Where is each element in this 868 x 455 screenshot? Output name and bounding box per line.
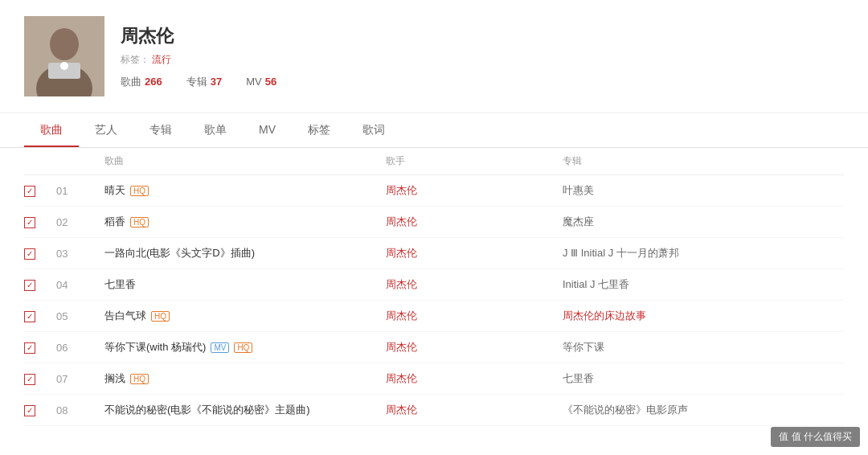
song-title[interactable]: 晴天	[104, 183, 125, 198]
artist-avatar	[24, 16, 104, 96]
stat-songs-label: 歌曲	[121, 75, 141, 89]
mv-badge[interactable]: MV	[211, 342, 229, 353]
hq-badge[interactable]: HQ	[130, 186, 149, 196]
svg-point-1	[50, 28, 79, 60]
row-checkbox[interactable]: ✓	[24, 404, 56, 416]
track-number: 02	[56, 216, 104, 228]
song-album[interactable]: 等你下课	[563, 340, 844, 355]
song-title[interactable]: 告白气球	[104, 309, 146, 323]
song-artist[interactable]: 周杰伦	[386, 340, 563, 355]
stat-albums-label: 专辑	[186, 75, 207, 89]
row-checkbox[interactable]: ✓	[24, 372, 56, 385]
song-title[interactable]: 一路向北(电影《头文字D》插曲)	[104, 246, 255, 260]
stat-songs-value[interactable]: 266	[145, 76, 162, 88]
table-row: ✓08不能说的秘密(电影《不能说的秘密》主题曲)周杰伦《不能说的秘密》电影原声	[24, 395, 844, 426]
stat-albums: 专辑 37	[186, 75, 222, 89]
song-artist[interactable]: 周杰伦	[386, 183, 563, 198]
tab-bar: 歌曲 艺人 专辑 歌单 MV 标签 歌词	[0, 113, 868, 148]
song-title-wrap: 不能说的秘密(电影《不能说的秘密》主题曲)	[104, 403, 386, 417]
artist-header: 周杰伦 标签： 流行 歌曲 266 专辑 37 MV 56	[0, 0, 868, 113]
row-checkbox[interactable]: ✓	[24, 215, 56, 228]
song-title[interactable]: 稻香	[104, 215, 125, 229]
song-artist[interactable]: 周杰伦	[386, 371, 563, 386]
table-row: ✓04七里香周杰伦Initial J 七里香	[24, 269, 844, 301]
hq-badge[interactable]: HQ	[130, 217, 149, 228]
song-title-wrap: 等你下课(with 杨瑞代)MVHQ	[104, 340, 386, 355]
song-album[interactable]: 《不能说的秘密》电影原声	[563, 403, 844, 417]
song-album[interactable]: 周杰伦的床边故事	[563, 309, 844, 323]
song-artist[interactable]: 周杰伦	[386, 215, 563, 229]
song-title-wrap: 晴天HQ	[104, 183, 386, 198]
song-table: 歌曲 歌手 专辑 ✓01晴天HQ周杰伦叶惠美✓02稻香HQ周杰伦魔杰座✓03一路…	[0, 148, 868, 426]
row-checkbox[interactable]: ✓	[24, 247, 56, 260]
tab-albums[interactable]: 专辑	[133, 113, 188, 147]
song-artist[interactable]: 周杰伦	[386, 277, 563, 292]
table-row: ✓07搁浅HQ周杰伦七里香	[24, 363, 844, 395]
table-row: ✓06等你下课(with 杨瑞代)MVHQ周杰伦等你下课	[24, 332, 844, 363]
tab-songs[interactable]: 歌曲	[24, 113, 79, 147]
stat-songs: 歌曲 266	[121, 75, 162, 89]
tab-playlists[interactable]: 歌单	[188, 113, 243, 147]
song-title-wrap: 稻香HQ	[104, 215, 386, 229]
track-number: 04	[56, 279, 104, 291]
tags-value[interactable]: 流行	[152, 54, 171, 65]
row-checkbox[interactable]: ✓	[24, 341, 56, 354]
table-row: ✓02稻香HQ周杰伦魔杰座	[24, 207, 844, 238]
hq-badge[interactable]: HQ	[234, 342, 252, 353]
tab-tags[interactable]: 标签	[292, 113, 346, 147]
song-title-wrap: 告白气球HQ	[104, 309, 386, 323]
track-number: 07	[56, 373, 104, 385]
song-title-wrap: 一路向北(电影《头文字D》插曲)	[104, 246, 386, 260]
song-list: ✓01晴天HQ周杰伦叶惠美✓02稻香HQ周杰伦魔杰座✓03一路向北(电影《头文字…	[24, 175, 844, 426]
header-album-col: 专辑	[563, 154, 844, 168]
table-row: ✓03一路向北(电影《头文字D》插曲)周杰伦J Ⅲ Initial J 十一月的…	[24, 238, 844, 269]
stat-mv-label: MV	[246, 76, 262, 88]
song-album[interactable]: Initial J 七里香	[563, 277, 844, 292]
stat-mv: MV 56	[246, 76, 276, 88]
track-number: 05	[56, 310, 104, 322]
song-title-wrap: 七里香	[104, 277, 386, 292]
song-album[interactable]: 七里香	[563, 371, 844, 386]
track-number: 03	[56, 248, 104, 260]
svg-point-4	[60, 62, 68, 70]
row-checkbox[interactable]: ✓	[24, 309, 56, 322]
artist-tags: 标签： 流行	[121, 53, 844, 67]
table-row: ✓01晴天HQ周杰伦叶惠美	[24, 175, 844, 207]
song-title[interactable]: 等你下课(with 杨瑞代)	[104, 340, 206, 355]
artist-info: 周杰伦 标签： 流行 歌曲 266 专辑 37 MV 56	[121, 24, 844, 89]
song-album[interactable]: 叶惠美	[563, 183, 844, 198]
tab-artists[interactable]: 艺人	[79, 113, 133, 147]
song-title[interactable]: 七里香	[104, 277, 136, 292]
hq-badge[interactable]: HQ	[130, 374, 149, 384]
tab-lyrics[interactable]: 歌词	[346, 113, 401, 147]
song-artist[interactable]: 周杰伦	[386, 246, 563, 260]
track-number: 08	[56, 404, 104, 416]
song-title[interactable]: 搁浅	[104, 371, 125, 386]
row-checkbox[interactable]: ✓	[24, 278, 56, 291]
tab-mv[interactable]: MV	[243, 113, 292, 147]
song-album[interactable]: 魔杰座	[563, 215, 844, 229]
song-artist[interactable]: 周杰伦	[386, 309, 563, 323]
table-header: 歌曲 歌手 专辑	[24, 148, 844, 175]
header-song-col: 歌曲	[104, 154, 386, 168]
tags-label: 标签：	[121, 54, 149, 65]
artist-stats: 歌曲 266 专辑 37 MV 56	[121, 75, 844, 89]
song-title-wrap: 搁浅HQ	[104, 371, 386, 386]
table-row: ✓05告白气球HQ周杰伦周杰伦的床边故事	[24, 301, 844, 332]
song-title[interactable]: 不能说的秘密(电影《不能说的秘密》主题曲)	[104, 403, 310, 417]
song-album[interactable]: J Ⅲ Initial J 十一月的萧邦	[563, 246, 844, 260]
stat-albums-value[interactable]: 37	[211, 76, 222, 88]
stat-mv-value[interactable]: 56	[265, 76, 276, 88]
artist-name: 周杰伦	[121, 24, 844, 48]
hq-badge[interactable]: HQ	[151, 311, 170, 322]
song-artist[interactable]: 周杰伦	[386, 403, 563, 417]
header-artist-col: 歌手	[386, 154, 563, 168]
track-number: 06	[56, 342, 104, 354]
row-checkbox[interactable]: ✓	[24, 184, 56, 197]
track-number: 01	[56, 185, 104, 197]
